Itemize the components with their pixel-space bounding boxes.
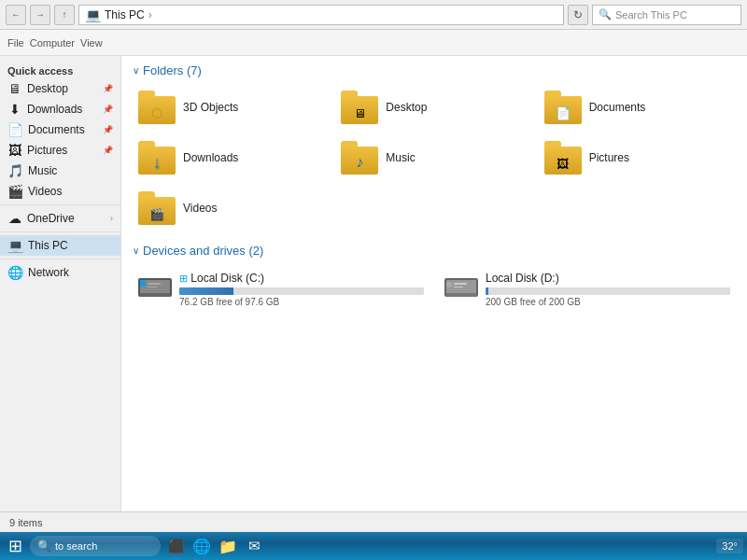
drive-d-bar — [486, 287, 730, 295]
quick-access-label: Quick access — [0, 62, 120, 78]
folder-label-documents: Documents — [589, 101, 646, 114]
pin-icon-docs: 📌 — [103, 125, 113, 134]
sidebar-label-videos: Videos — [28, 185, 62, 198]
drive-d-info: Local Disk (D:) 200 GB free of 200 GB — [486, 272, 730, 307]
pin-icon-dl: 📌 — [103, 105, 113, 114]
drive-item-d[interactable]: Local Disk (D:) 200 GB free of 200 GB — [439, 267, 736, 311]
svg-rect-9 — [446, 293, 476, 297]
folders-section-header: ∨ Folders (7) — [133, 63, 736, 77]
sidebar-item-downloads[interactable]: ⬇ Downloads 📌 — [0, 99, 120, 119]
sidebar-item-onedrive[interactable]: ☁ OneDrive › — [0, 208, 120, 229]
folder-icon-downloads — [138, 141, 176, 175]
sidebar-label-pictures: Pictures — [27, 144, 67, 157]
start-button[interactable]: ⊞ — [4, 535, 26, 557]
drive-icon-c — [138, 271, 172, 307]
sidebar-item-videos[interactable]: 🎬 Videos — [0, 181, 120, 202]
folder-icon-desktop — [341, 91, 378, 124]
folder-item-videos[interactable]: Videos — [133, 188, 330, 229]
svg-rect-2 — [140, 293, 170, 297]
folder-item-documents[interactable]: Documents — [539, 87, 736, 128]
folder-grid: 3D Objects Desktop Documents — [133, 87, 736, 229]
folder-item-downloads[interactable]: Downloads — [133, 137, 330, 178]
temperature-display: 32° — [722, 540, 738, 552]
drives-header-text: Devices and drives (2) — [143, 244, 263, 258]
taskbar: ⊞ 🔍 to search ⬛ 🌐 📁 ✉ 32° — [0, 532, 747, 560]
drives-section-header: ∨ Devices and drives (2) — [133, 244, 736, 258]
drive-d-fill — [486, 287, 488, 295]
main-layout: Quick access 🖥 Desktop 📌 ⬇ Downloads 📌 📄… — [0, 56, 747, 511]
folder-item-desktop[interactable]: Desktop — [335, 87, 532, 128]
folders-header-text: Folders (7) — [143, 63, 202, 77]
search-icon: 🔍 — [599, 8, 612, 21]
mail-icon[interactable]: ✉ — [243, 535, 265, 557]
sidebar-item-network[interactable]: 🌐 Network — [0, 262, 120, 283]
refresh-button[interactable]: ↻ — [568, 5, 588, 25]
sidebar-item-documents[interactable]: 📄 Documents 📌 — [0, 119, 120, 140]
pin-icon-od: › — [110, 214, 113, 223]
folder-icon-videos — [138, 191, 176, 225]
system-tray[interactable]: 32° — [716, 539, 743, 553]
pictures-icon: 🖼 — [7, 143, 22, 158]
music-icon: 🎵 — [7, 163, 23, 178]
search-bar[interactable]: 🔍 Search This PC — [592, 5, 741, 25]
edge-icon[interactable]: 🌐 — [190, 535, 213, 557]
status-bar: 9 items — [0, 511, 747, 532]
sidebar-item-desktop[interactable]: 🖥 Desktop 📌 — [0, 78, 120, 99]
folder-icon-3d — [138, 91, 176, 124]
forward-button[interactable]: → — [30, 5, 50, 25]
sidebar-label-desktop: Desktop — [27, 82, 68, 95]
ribbon: File Computer View — [0, 30, 747, 56]
taskbar-search-icon: 🔍 — [37, 539, 51, 553]
folders-chevron: ∨ — [133, 65, 139, 76]
drive-icon-d — [444, 271, 478, 307]
taskbar-search-text: to search — [55, 540, 97, 552]
sidebar-label-music: Music — [28, 164, 57, 177]
folder-item-3d-objects[interactable]: 3D Objects — [133, 87, 330, 128]
drive-d-free: 200 GB free of 200 GB — [486, 297, 730, 307]
sidebar-item-pictures[interactable]: 🖼 Pictures 📌 — [0, 140, 120, 161]
address-bar[interactable]: 💻 This PC › — [78, 5, 564, 25]
sidebar-label-thispc: This PC — [28, 239, 68, 252]
sidebar-item-music[interactable]: 🎵 Music — [0, 161, 120, 181]
drive-item-c[interactable]: ⊞ Local Disk (C:) 76.2 GB free of 97.6 G… — [133, 267, 430, 311]
drive-c-fill — [179, 287, 233, 295]
network-icon: 🌐 — [7, 265, 23, 280]
folder-label-videos: Videos — [183, 202, 217, 215]
pin-icon: 📌 — [103, 84, 113, 93]
sidebar-separator-2 — [0, 231, 120, 232]
taskbar-search[interactable]: 🔍 to search — [30, 536, 161, 556]
sidebar: Quick access 🖥 Desktop 📌 ⬇ Downloads 📌 📄… — [0, 56, 121, 511]
sidebar-separator-3 — [0, 259, 120, 259]
sidebar-label-onedrive: OneDrive — [27, 212, 75, 225]
thispc-icon: 💻 — [7, 238, 23, 253]
drives-chevron: ∨ — [133, 245, 139, 256]
sidebar-label-network: Network — [28, 266, 69, 279]
drives-grid: ⊞ Local Disk (C:) 76.2 GB free of 97.6 G… — [133, 267, 736, 311]
file-explorer-taskbar-icon[interactable]: 📁 — [217, 535, 239, 557]
svg-point-10 — [446, 282, 452, 287]
downloads-icon: ⬇ — [7, 102, 22, 117]
svg-rect-4 — [148, 283, 161, 285]
folder-item-music[interactable]: Music — [335, 137, 532, 178]
svg-rect-12 — [454, 287, 463, 287]
svg-rect-6 — [140, 280, 146, 286]
onedrive-icon: ☁ — [7, 211, 22, 226]
sidebar-item-thispc[interactable]: 💻 This PC — [0, 235, 120, 256]
content-area: ∨ Folders (7) 3D Objects Desktop — [121, 56, 747, 511]
desktop-icon: 🖥 — [7, 81, 22, 96]
drives-section: ∨ Devices and drives (2) — [133, 244, 736, 311]
sidebar-label-downloads: Downloads — [27, 103, 82, 116]
search-placeholder: Search This PC — [615, 9, 687, 21]
folder-label-3d: 3D Objects — [183, 101, 238, 114]
folder-label-desktop: Desktop — [386, 101, 427, 114]
task-view-button[interactable]: ⬛ — [164, 535, 187, 557]
folder-item-pictures[interactable]: Pictures — [539, 137, 736, 178]
item-count: 9 items — [9, 517, 42, 528]
svg-rect-11 — [454, 283, 467, 285]
up-button[interactable]: ↑ — [54, 5, 75, 25]
drive-c-name: ⊞ Local Disk (C:) — [179, 272, 424, 285]
drive-c-bar — [179, 287, 424, 295]
folder-label-music: Music — [386, 151, 415, 164]
back-button[interactable]: ← — [6, 5, 26, 25]
videos-icon: 🎬 — [7, 184, 23, 199]
